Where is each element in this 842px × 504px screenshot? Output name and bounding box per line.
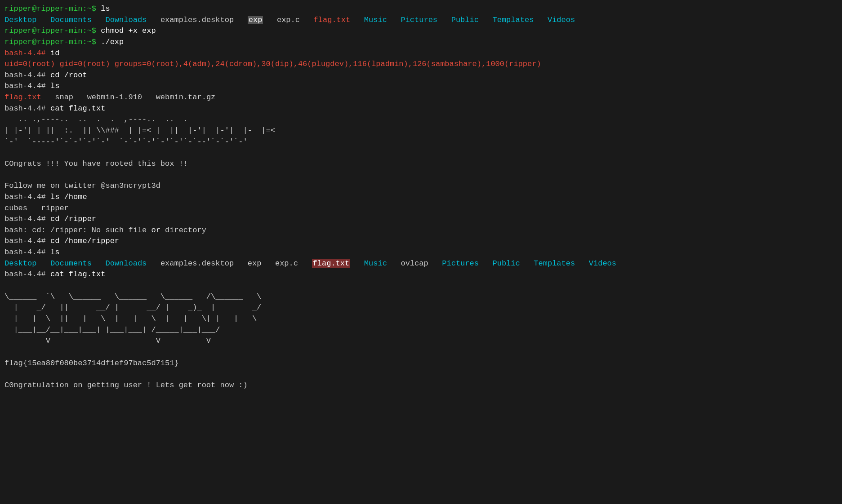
command-20: cd /ripper <box>46 215 96 223</box>
error-line: bash: cd: /ripper: No such file or direc… <box>4 225 838 236</box>
congratulation-line: C0ngratulation on getting user ! Lets ge… <box>4 380 838 391</box>
line-25: bash-4.4# cat flag.txt <box>4 269 838 280</box>
line-1: ripper@ripper-min:~$ ls <box>4 4 838 15</box>
line-3: ripper@ripper-min:~$ chmod +x exp <box>4 26 838 37</box>
id-output-text: uid=0(root) gid=0(root) groups=0(root),4… <box>4 60 541 68</box>
ls-root-flagtxt: flag.txt <box>4 93 41 102</box>
command-25: cat flag.txt <box>46 270 106 279</box>
ls-root-output: flag.txt snap webmin-1.910 webmin.tar.gz <box>4 92 838 103</box>
follow-line: Follow me on twitter @san3ncrypt3d <box>4 181 838 192</box>
command-3: chmod +x exp <box>96 27 156 35</box>
bash-prompt-18: bash-4.4# <box>4 193 46 201</box>
flag-art-2: | _/ || __/ | __/ | _)_ | _/ <box>4 302 838 314</box>
command-8: ls <box>46 82 60 90</box>
line-4: ripper@ripper-min:~$ ./exp <box>4 37 838 48</box>
ls2-music: Music <box>364 259 387 268</box>
ls-videos: Videos <box>548 16 575 24</box>
ls-flagtxt-top: flag.txt <box>314 16 351 24</box>
ls-exp: exp <box>248 16 263 24</box>
blank-4 <box>4 347 838 358</box>
ls2-ovlcap: ovlcap <box>401 259 428 268</box>
prompt-3: ripper@ripper-min:~$ <box>4 27 96 35</box>
ls2-documents: Documents <box>50 259 92 268</box>
ls2-public: Public <box>493 259 520 268</box>
line-18: bash-4.4# ls /home <box>4 192 838 203</box>
command-22: cd /home/ripper <box>46 237 119 245</box>
ls-public: Public <box>451 16 479 24</box>
line-7: bash-4.4# cd /root <box>4 70 838 81</box>
ls2-expc: exp.c <box>275 259 298 268</box>
congrats-line: COngrats !!! You have rooted this box !! <box>4 159 838 170</box>
bash-prompt-23: bash-4.4# <box>4 248 46 256</box>
ls-home-output: cubes ripper <box>4 203 838 214</box>
art-line2: | |-'| | || :. || \\### | |=< | || |-'| … <box>4 125 838 137</box>
line-10: bash-4.4# cat flag.txt <box>4 103 838 115</box>
ls2-downloads: Downloads <box>105 259 147 268</box>
ls-pictures: Pictures <box>401 16 437 24</box>
line-23: bash-4.4# ls <box>4 247 838 258</box>
ls-output-top: Desktop Documents Downloads examples.des… <box>4 15 838 26</box>
bash-prompt-5: bash-4.4# <box>4 49 46 57</box>
ls-music: Music <box>364 16 387 24</box>
blank-3 <box>4 280 838 292</box>
command-18: ls /home <box>46 193 87 201</box>
line-22: bash-4.4# cd /home/ripper <box>4 236 838 247</box>
blank-5 <box>4 369 838 380</box>
ls-home-ripper-output: Desktop Documents Downloads examples.des… <box>4 258 838 270</box>
bash-prompt-20: bash-4.4# <box>4 215 46 223</box>
ls-expc: exp.c <box>277 16 300 24</box>
bash-prompt-8: bash-4.4# <box>4 82 46 90</box>
terminal: ripper@ripper-min:~$ ls Desktop Document… <box>4 4 838 391</box>
line-5: bash-4.4# id <box>4 48 838 59</box>
ls-templates: Templates <box>493 16 534 24</box>
ls2-exp: exp <box>248 259 262 268</box>
art-line1: __.._.,----..__..__.__.__,----..__..__. <box>4 114 838 125</box>
ls-downloads: Downloads <box>105 16 147 24</box>
bash-prompt-10: bash-4.4# <box>4 104 46 113</box>
ls2-examples: examples.desktop <box>160 259 234 268</box>
ls2-flagtxt: flag.txt <box>312 259 351 268</box>
flag-art-3: | | \ || | \ | | \ | | \| | | \ <box>4 314 838 325</box>
ls-examples-desktop: examples.desktop <box>160 16 234 24</box>
flag-art-1: \______ `\ \______ \______ \______ /\___… <box>4 292 838 303</box>
line-20: bash-4.4# cd /ripper <box>4 214 838 225</box>
flag-art-4: |___|__/__|___|___| |___|___| /_____|___… <box>4 325 838 336</box>
ls2-videos: Videos <box>589 259 616 268</box>
command-10: cat flag.txt <box>46 104 106 113</box>
ls-documents: Documents <box>50 16 92 24</box>
art-line3: `-' `-----'`-`-'`-'`-' `-`-'`-'`-'`-'`-`… <box>4 137 838 148</box>
command-7: cd /root <box>46 71 87 80</box>
blank-1 <box>4 147 838 159</box>
command-1: ls <box>96 4 110 13</box>
prompt-4: ripper@ripper-min:~$ <box>4 38 96 46</box>
ls-root-rest: snap webmin-1.910 webmin.tar.gz <box>41 93 216 102</box>
id-output: uid=0(root) gid=0(root) groups=0(root),4… <box>4 59 838 70</box>
blank-2 <box>4 170 838 181</box>
command-5: id <box>46 49 60 57</box>
ls-desktop: Desktop <box>4 16 36 24</box>
flag-art-5: V V V <box>4 336 838 347</box>
ls2-pictures: Pictures <box>442 259 479 268</box>
ls2-templates: Templates <box>534 259 575 268</box>
command-23: ls <box>46 248 60 256</box>
command-4: ./exp <box>96 38 124 46</box>
bash-prompt-7: bash-4.4# <box>4 71 46 80</box>
flag-value-line: flag{15ea80f080be3714df1ef97bac5d7151} <box>4 358 838 369</box>
bash-prompt-22: bash-4.4# <box>4 237 46 245</box>
ls2-desktop: Desktop <box>4 259 36 268</box>
line-8: bash-4.4# ls <box>4 81 838 92</box>
bash-prompt-25: bash-4.4# <box>4 270 46 279</box>
prompt-1: ripper@ripper-min:~$ <box>4 4 96 13</box>
